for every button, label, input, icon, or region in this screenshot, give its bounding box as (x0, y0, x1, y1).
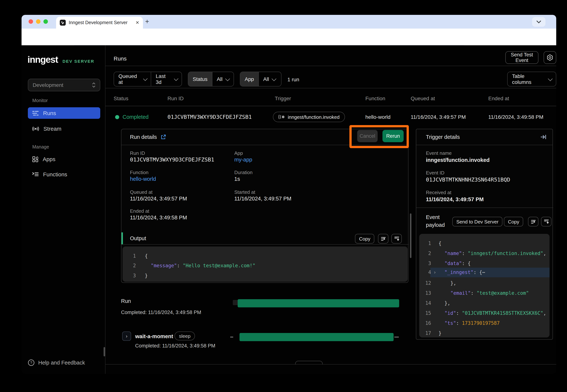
sidebar-item-label: Stream (43, 126, 61, 132)
code-punct: : (462, 251, 468, 256)
col-header-function: Function (365, 95, 385, 101)
sidebar-section-monitor: Monitor (32, 98, 48, 103)
scroll-to-bottom-button[interactable] (391, 234, 402, 243)
external-link-icon[interactable] (161, 134, 166, 140)
field-label: Ended at (130, 208, 149, 214)
line-number: 16 (425, 320, 431, 326)
code-string: "Hello test@example.com!" (183, 263, 255, 268)
field-label: Duration (234, 170, 253, 175)
field-function-link[interactable]: hello-world (130, 176, 156, 182)
code-string: "inngest/function.invoked" (468, 251, 543, 256)
scrollbar-thumb[interactable] (104, 347, 105, 356)
code-punct: { (468, 261, 471, 266)
field-label: Queued at (130, 189, 152, 195)
scroll-to-bottom-button[interactable] (541, 217, 552, 226)
load-more-button-partial[interactable] (295, 361, 323, 364)
field-queued: 11/16/2024, 3:49:57 PM (130, 196, 187, 202)
select-chevrons-icon (92, 83, 95, 88)
window-close-button[interactable] (28, 19, 33, 24)
sidebar-item-functions[interactable]: Functions (28, 168, 100, 180)
payload-copy-button[interactable]: Copy (504, 217, 523, 226)
svg-text:?: ? (30, 361, 32, 365)
apps-grid-icon (32, 156, 38, 162)
payload-code-block[interactable]: 1{ 2"name": "inngest/function.invoked", … (419, 234, 550, 337)
line-number: 15 (425, 310, 431, 316)
code-punct: : (456, 310, 462, 316)
code-punct: : (177, 263, 183, 268)
cancel-button[interactable]: Cancel (357, 130, 378, 142)
event-payload-label: Event payload (426, 213, 448, 229)
event-id: 01JCVBTMTKNHNHZ3SN64R51BQD (426, 177, 510, 183)
field-label: Event name (426, 150, 452, 156)
settings-button[interactable] (544, 51, 556, 64)
page-title: Runs (114, 55, 127, 62)
output-code-block[interactable]: 1{ 2"message": "Hello test@example.com!"… (123, 247, 408, 282)
collapse-panel-icon[interactable] (541, 134, 547, 140)
trigger-badge[interactable]: inngest/function.invoked (273, 112, 345, 122)
sidebar-item-stream[interactable]: Stream (28, 123, 100, 134)
workspace-select[interactable]: Development (28, 79, 100, 91)
field-duration: 1s (234, 176, 240, 182)
trigger-badge-label: inngest/function.invoked (288, 114, 340, 120)
trigger-details-header: Trigger details (416, 129, 553, 145)
tab-search-button[interactable] (532, 17, 545, 27)
code-key: "id" (444, 310, 456, 316)
send-to-dev-server-button[interactable]: Send to Dev Server (452, 217, 503, 226)
send-test-event-button[interactable]: Send Test Event (505, 51, 539, 64)
table-columns-button[interactable]: Table columns (507, 72, 556, 86)
timeline-run-completed: Completed: 11/16/2024, 3:49:58 PM (121, 309, 201, 315)
code-token: } (145, 273, 148, 279)
help-and-feedback[interactable]: ? Help and Feedback (28, 359, 85, 366)
runs-list-icon (32, 111, 39, 116)
table-columns-label: Table columns (512, 73, 545, 85)
filter-status-label: Status (188, 72, 212, 86)
new-tab-button[interactable]: + (145, 18, 149, 26)
line-number: 12 (425, 280, 431, 286)
chevron-down-icon (548, 76, 553, 81)
code-number: 1731790197587 (462, 320, 500, 326)
panel-scrollbar-thumb[interactable] (410, 213, 411, 258)
filter-app-value: All (263, 76, 269, 82)
run-details-title: Run details (130, 134, 157, 140)
sidebar-item-runs[interactable]: Runs (28, 107, 100, 119)
browser-tab[interactable]: Inngest Development Server ✕ (56, 17, 143, 28)
filter-status[interactable]: Status All (188, 72, 234, 86)
filter-app[interactable]: App All (240, 72, 282, 86)
row-function: hello-world (365, 114, 390, 120)
code-token: }, (450, 280, 456, 286)
table-header-divider (105, 106, 556, 106)
event-signal-icon (279, 115, 285, 119)
collapse-chevron-icon[interactable]: › (433, 269, 436, 275)
run-count: 1 run (287, 76, 299, 83)
env-badge: DEV SERVER (63, 59, 94, 63)
trigger-details-title: Trigger details (426, 134, 460, 140)
wrap-text-button[interactable] (378, 234, 388, 243)
line-number: 13 (425, 290, 431, 296)
expand-step-button[interactable]: › (122, 332, 131, 341)
row-queued-at: 11/16/2024, 3:49:57 PM (411, 114, 466, 120)
filter-range-value: Last 3d (156, 73, 171, 85)
tab-close-icon[interactable]: ✕ (136, 20, 139, 25)
sidebar-item-apps[interactable]: Apps (28, 153, 100, 165)
stream-broadcast-icon (32, 126, 39, 131)
app-logo: inngest DEV SERVER (28, 54, 94, 65)
output-copy-button[interactable]: Copy (355, 234, 374, 243)
wrap-text-button[interactable] (528, 217, 539, 226)
window-minimize-button[interactable] (36, 19, 41, 24)
timeline-tick (230, 337, 233, 337)
code-punct: : (471, 290, 477, 296)
code-punct: { (479, 269, 482, 275)
filter-timefield[interactable]: Queued at Last 3d (114, 72, 182, 86)
timeline-run-bar (238, 299, 399, 307)
window-zoom-button[interactable] (43, 19, 48, 24)
code-string: "01JCVBTMTKR41S8STTKEXSKX6C" (462, 310, 543, 316)
filter-app-label: App (240, 72, 258, 86)
rerun-button[interactable]: Rerun (383, 130, 404, 142)
logo-text: inngest (28, 54, 58, 65)
collapsed-ellipsis[interactable]: ⋯ (482, 269, 485, 275)
code-key: "ts" (444, 320, 456, 326)
timeline-tick (394, 337, 399, 337)
screenshot-stage: Inngest Development Server ✕ + ← → i loc… (0, 0, 567, 392)
field-app-link[interactable]: my-app (234, 157, 252, 163)
chevron-down-icon (174, 76, 178, 81)
